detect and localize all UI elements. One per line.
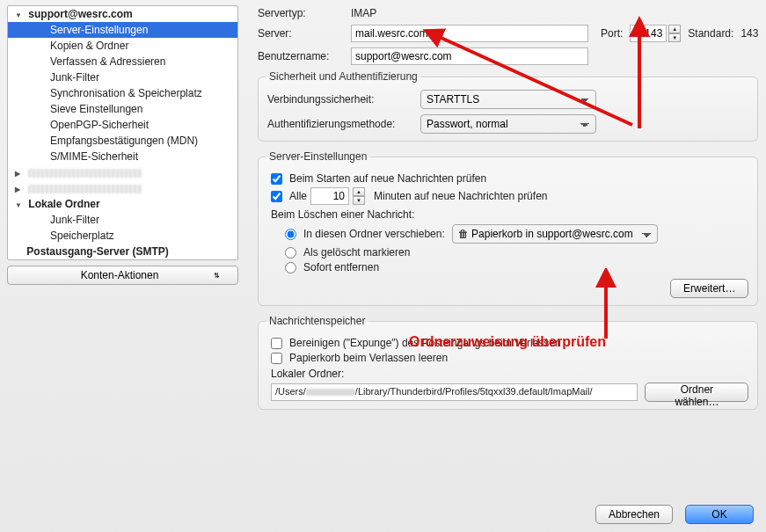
local-folder-path[interactable]: /Users//Library/Thunderbird/Profiles/5tq… — [271, 383, 638, 401]
check-interval-suffix: Minuten auf neue Nachrichten prüfen — [374, 190, 547, 202]
auth-method-select[interactable]: Passwort, normal — [420, 114, 596, 134]
connection-security-select[interactable]: STARTTLS — [420, 90, 596, 109]
account-tree: ▼ support@wesrc.com Server-Einstellungen… — [7, 5, 238, 260]
server-input[interactable] — [351, 25, 588, 42]
server-label: Server: — [258, 27, 344, 40]
cancel-button[interactable]: Abbrechen — [595, 505, 673, 524]
sidebar-item-smime[interactable]: S/MIME-Sicherheit — [8, 149, 237, 164]
local-folders-header[interactable]: ▼ Lokale Ordner — [8, 196, 237, 212]
interval-step-up[interactable]: ▲ — [353, 187, 365, 196]
port-input[interactable] — [630, 25, 667, 42]
sidebar-item-junk[interactable]: Junk-Filter — [8, 69, 237, 85]
sidebar-item-openpgp[interactable]: OpenPGP-Sicherheit — [8, 117, 237, 133]
server-settings-legend: Server-Einstellungen — [266, 150, 370, 163]
delete-label: Beim Löschen einer Nachricht: — [271, 208, 748, 221]
local-folders-label: Lokale Ordner — [28, 198, 99, 210]
servertype-label: Servertyp: — [258, 7, 344, 19]
chevron-down-icon: ▼ — [15, 11, 24, 19]
port-label: Port: — [601, 27, 623, 40]
radio-mark-deleted[interactable] — [285, 247, 296, 259]
chevron-right-icon: ▶ — [15, 170, 24, 178]
standard-value: 143 — [740, 27, 758, 40]
updown-icon: ⇅ — [214, 272, 220, 280]
radio-mark-label: Als gelöscht markieren — [303, 246, 410, 259]
local-folder-label: Lokaler Ordner: — [271, 368, 748, 380]
port-step-down[interactable]: ▼ — [668, 33, 681, 42]
standard-label: Standard: — [688, 27, 733, 40]
radio-move-label: In diesen Ordner verschieben: — [303, 228, 445, 240]
trash-folder-select[interactable]: 🗑 Papierkorb in support@wesrc.com — [452, 224, 658, 244]
ok-button[interactable]: OK — [685, 505, 754, 524]
check-startup-checkbox[interactable] — [271, 173, 282, 185]
chevron-right-icon: ▶ — [15, 186, 24, 193]
connection-security-label: Verbindungssicherheit: — [267, 93, 417, 106]
sidebar-item-sieve[interactable]: Sieve Einstellungen — [8, 101, 237, 117]
message-storage-group: Nachrichtenspeicher Bereinigen ("Expunge… — [258, 315, 758, 410]
account-header[interactable]: ▼ support@wesrc.com — [8, 6, 237, 22]
empty-trash-label: Papierkorb beim Verlassen leeren — [289, 352, 448, 364]
sidebar-item-server-settings[interactable]: Server-Einstellungen — [8, 22, 237, 38]
sidebar-item-local-junk[interactable]: Junk-Filter — [8, 212, 237, 228]
empty-trash-checkbox[interactable] — [271, 353, 282, 364]
auth-method-label: Authentifizierungsmethode: — [267, 118, 417, 130]
username-label: Benutzername: — [258, 50, 344, 62]
check-interval-prefix: Alle — [289, 190, 307, 202]
account-redacted-2[interactable]: ▶ — [8, 180, 237, 196]
expunge-checkbox[interactable] — [271, 338, 282, 349]
sidebar-item-smtp[interactable]: Postausgang-Server (SMTP) — [8, 244, 237, 259]
message-storage-legend: Nachrichtenspeicher — [266, 315, 368, 327]
account-redacted-1[interactable]: ▶ — [8, 164, 237, 180]
choose-folder-button[interactable]: Ordner wählen… — [645, 383, 748, 402]
sidebar-item-sync[interactable]: Synchronisation & Speicherplatz — [8, 85, 237, 101]
sidebar-item-copies-folders[interactable]: Kopien & Ordner — [8, 38, 237, 54]
check-interval-checkbox[interactable] — [271, 191, 282, 202]
radio-move-to-folder[interactable] — [285, 229, 296, 240]
servertype-value: IMAP — [351, 7, 376, 19]
server-settings-group: Server-Einstellungen Beim Starten auf ne… — [258, 150, 758, 306]
sidebar-item-local-storage[interactable]: Speicherplatz — [8, 228, 237, 244]
sidebar-item-mdn[interactable]: Empfangsbestätigungen (MDN) — [8, 133, 237, 149]
security-group: Sicherheit und Authentifizierung Verbind… — [258, 70, 758, 142]
sidebar-item-compose[interactable]: Verfassen & Adressieren — [8, 54, 237, 69]
port-step-up[interactable]: ▲ — [668, 25, 681, 33]
advanced-button[interactable]: Erweitert… — [670, 279, 748, 298]
redacted-text — [28, 185, 142, 193]
check-startup-label: Beim Starten auf neue Nachrichten prüfen — [289, 172, 486, 185]
interval-step-down[interactable]: ▼ — [353, 196, 365, 205]
redacted-text — [28, 169, 142, 178]
security-legend: Sicherheit und Authentifizierung — [266, 70, 421, 83]
account-actions-dropdown[interactable]: Konten-Aktionen ⇅ — [7, 266, 238, 285]
username-input[interactable] — [351, 47, 588, 65]
account-email: support@wesrc.com — [28, 8, 132, 20]
chevron-down-icon: ▼ — [15, 201, 24, 209]
expunge-label: Bereinigen ("Expunge") des Posteingangs … — [289, 337, 561, 349]
check-interval-input[interactable] — [310, 187, 349, 205]
radio-remove-label: Sofort entfernen — [303, 261, 379, 273]
radio-remove-now[interactable] — [285, 262, 296, 273]
